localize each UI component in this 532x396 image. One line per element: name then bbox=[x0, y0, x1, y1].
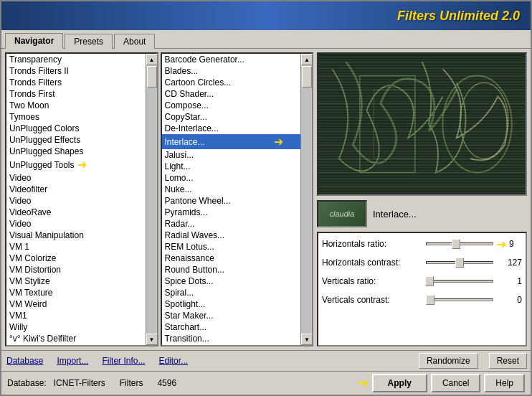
list-item[interactable]: Round Button... bbox=[162, 264, 301, 275]
editor-button[interactable]: Editor... bbox=[157, 354, 189, 367]
list-item[interactable]: Jalusi... bbox=[162, 149, 301, 161]
list-item[interactable]: VM 1 bbox=[6, 241, 146, 253]
list-item[interactable]: Tronds First bbox=[6, 88, 146, 100]
left-list-scrollbar[interactable]: ▲ ▼ bbox=[146, 54, 157, 345]
scroll-thumb[interactable] bbox=[302, 66, 312, 88]
list-item[interactable]: Blades... bbox=[162, 65, 301, 77]
svg-rect-32 bbox=[318, 77, 526, 78]
list-item[interactable]: Transition... bbox=[162, 333, 301, 344]
help-button[interactable]: Help bbox=[484, 374, 525, 392]
svg-rect-72 bbox=[318, 188, 526, 189]
apply-button[interactable]: Apply bbox=[372, 374, 427, 392]
svg-rect-31 bbox=[318, 75, 526, 76]
tab-about[interactable]: About bbox=[114, 34, 155, 49]
list-item[interactable]: REM Lotus... bbox=[162, 241, 301, 253]
right-list-scrollbar[interactable]: ▲ ▼ bbox=[300, 54, 312, 345]
svg-rect-37 bbox=[318, 91, 526, 93]
slider-knob[interactable] bbox=[425, 276, 434, 286]
list-item[interactable]: Compose... bbox=[162, 100, 301, 111]
list-item[interactable]: Renaissance bbox=[162, 253, 301, 264]
list-item[interactable]: Pantone Wheel... bbox=[162, 195, 301, 207]
list-item[interactable]: Star Maker... bbox=[162, 310, 301, 321]
param-value-horizontals-ratio: ➔ 9 bbox=[497, 237, 522, 251]
list-item-interlace[interactable]: Interlace... ➔ bbox=[162, 134, 301, 149]
list-item[interactable]: VideoRave bbox=[6, 207, 146, 218]
list-item[interactable]: Video bbox=[6, 172, 146, 184]
list-item-unplugged-tools[interactable]: UnPlugged Tools ➔ bbox=[6, 157, 146, 172]
list-item[interactable]: Barcode Generator... bbox=[162, 54, 301, 65]
scroll-up-arrow[interactable]: ▲ bbox=[301, 54, 313, 65]
slider-knob[interactable] bbox=[426, 295, 434, 305]
list-item[interactable]: Tronds Filters II bbox=[6, 65, 146, 77]
plugin-name: Interlace... bbox=[373, 209, 417, 220]
list-item[interactable]: Transparency bbox=[6, 54, 146, 65]
svg-rect-28 bbox=[318, 66, 526, 67]
list-item[interactable]: Light... bbox=[162, 161, 301, 172]
slider-knob[interactable] bbox=[455, 258, 464, 268]
scroll-up-arrow[interactable]: ▲ bbox=[146, 54, 158, 65]
param-slider-horizontals-ratio[interactable] bbox=[426, 238, 493, 250]
list-item[interactable]: VM1 bbox=[6, 310, 146, 321]
randomize-button[interactable]: Randomize bbox=[419, 353, 478, 369]
list-item[interactable]: Tymoes bbox=[6, 111, 146, 123]
list-item[interactable]: Video bbox=[6, 195, 146, 207]
list-item[interactable]: Lomo... bbox=[162, 172, 301, 184]
arrow-pointer-h-ratio: ➔ bbox=[497, 237, 506, 251]
svg-rect-73 bbox=[318, 190, 526, 192]
list-item[interactable]: Tronds Filters bbox=[6, 77, 146, 88]
list-item[interactable]: VM Weird bbox=[6, 298, 146, 310]
list-item[interactable]: Radial Waves... bbox=[162, 230, 301, 241]
database-button[interactable]: Database bbox=[5, 354, 44, 367]
title-bar: Filters Unlimited 2.0 bbox=[1, 1, 531, 30]
list-item[interactable]: Visual Manipulation bbox=[6, 230, 146, 241]
svg-rect-50 bbox=[318, 127, 526, 128]
svg-rect-44 bbox=[318, 110, 526, 112]
list-item[interactable]: De-Interlace... bbox=[162, 123, 301, 134]
filter-info-button[interactable]: Filter Info... bbox=[100, 354, 146, 367]
list-item[interactable]: Radar... bbox=[162, 218, 301, 230]
list-item[interactable]: CD Shader... bbox=[162, 88, 301, 100]
import-button[interactable]: Import... bbox=[55, 354, 90, 367]
list-item[interactable]: VM Distortion bbox=[6, 264, 146, 275]
list-item[interactable]: Nuke... bbox=[162, 184, 301, 195]
cancel-button[interactable]: Cancel bbox=[431, 374, 480, 392]
list-item[interactable]: °v° Kiwi's Delfilter bbox=[6, 333, 146, 344]
param-slider-verticals-ratio[interactable] bbox=[426, 275, 493, 287]
param-row-horizontals-contrast: Horizontals contrast: 127 bbox=[322, 255, 522, 270]
list-item[interactable]: VM Colorize bbox=[6, 253, 146, 264]
list-item[interactable]: CopyStar... bbox=[162, 111, 301, 123]
svg-rect-59 bbox=[318, 152, 526, 154]
scroll-down-arrow[interactable]: ▼ bbox=[301, 334, 313, 345]
list-item[interactable]: Willy bbox=[6, 321, 146, 333]
param-value-verticals-ratio: 1 bbox=[497, 276, 522, 286]
list-item[interactable]: Videofilter bbox=[6, 184, 146, 195]
list-item[interactable]: Spotlight... bbox=[162, 298, 301, 310]
list-item[interactable]: Pyramids... bbox=[162, 207, 301, 218]
list-item[interactable]: Video bbox=[6, 218, 146, 230]
list-item[interactable]: VM Texture bbox=[6, 287, 146, 298]
tab-presets[interactable]: Presets bbox=[65, 34, 113, 49]
list-item[interactable]: Two Moon bbox=[6, 100, 146, 111]
list-item[interactable]: UnPlugged Shapes bbox=[6, 146, 146, 157]
svg-rect-43 bbox=[318, 108, 526, 109]
param-slider-horizontals-contrast[interactable] bbox=[426, 257, 493, 268]
slider-knob[interactable] bbox=[452, 239, 460, 249]
scroll-thumb[interactable] bbox=[147, 66, 157, 88]
database-label: Database: ICNET-Filters bbox=[7, 378, 105, 388]
list-item[interactable]: UnPlugged Colors bbox=[6, 123, 146, 134]
svg-rect-61 bbox=[318, 157, 526, 159]
list-item[interactable]: UnPlugged Effects bbox=[6, 134, 146, 146]
list-item[interactable]: Starchart... bbox=[162, 321, 301, 333]
scroll-down-arrow[interactable]: ▼ bbox=[146, 334, 158, 345]
param-slider-verticals-contrast[interactable] bbox=[426, 294, 493, 306]
list-item[interactable]: Spiral... bbox=[162, 287, 301, 298]
list-item[interactable]: Spice Dots... bbox=[162, 275, 301, 287]
list-item[interactable]: VM Stylize bbox=[6, 275, 146, 287]
list-item[interactable]: Cartoon Circles... bbox=[162, 77, 301, 88]
param-label: Verticals ratio: bbox=[322, 276, 422, 286]
svg-rect-60 bbox=[318, 154, 526, 156]
tab-navigator[interactable]: Navigator bbox=[5, 33, 63, 49]
bottom-toolbar: Database Import... Filter Info... Editor… bbox=[1, 350, 531, 371]
svg-rect-36 bbox=[318, 88, 526, 90]
reset-button[interactable]: Reset bbox=[489, 353, 527, 369]
